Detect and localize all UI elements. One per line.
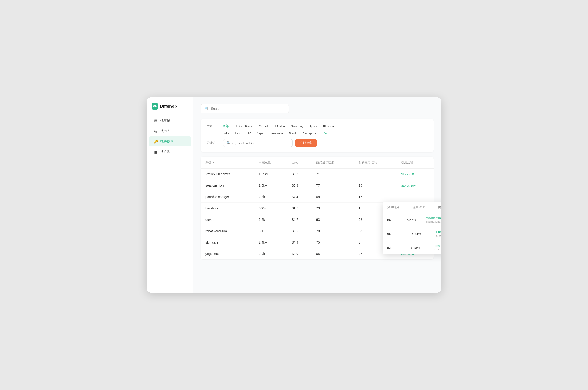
country-tag-br[interactable]: Brazil	[287, 131, 299, 136]
country-filter-label: 国家	[206, 124, 220, 128]
cell-cpc: $5.8	[287, 180, 312, 191]
table-header-row: 关键词 日搜索量 CPC 自然搜寻结果 付费搜寻结果 引流店铺	[201, 157, 433, 169]
cell-paid: 26	[354, 180, 396, 191]
keyword-filter-label: 关键词	[206, 141, 220, 145]
country-tags-row2: India Italy UK Japan Australia Brazil Si…	[220, 131, 428, 136]
country-tag-ca[interactable]: Canada	[256, 124, 272, 129]
country-tag-us[interactable]: United States	[232, 124, 255, 129]
cell-organic: 65	[312, 248, 354, 259]
popup-site-name[interactable]: Walmart Inc	[426, 216, 441, 220]
popup-col2-header: 流量占比	[413, 205, 438, 209]
popup-pct: 5.24%	[412, 232, 436, 236]
sidebar: 🛍 Diffshop ▦ 找店铺 ◎ 找商品 🔑 找关键词 ▣ 找广告	[147, 98, 193, 292]
country-tag-au[interactable]: Australia	[269, 131, 285, 136]
cell-organic: 68	[312, 191, 354, 203]
keyword-icon: 🔑	[154, 139, 158, 144]
col-daily: 日搜索量	[254, 157, 287, 169]
cell-daily: 500+	[254, 225, 287, 237]
table-row: Patrick Mahomes 10.9k+ $3.2 71 0 Stores …	[201, 169, 433, 180]
country-tag-more[interactable]: 10+	[320, 131, 330, 136]
app-window: 🛍 Diffshop ▦ 找店铺 ◎ 找商品 🔑 找关键词 ▣ 找广告 🔍	[147, 98, 441, 292]
cell-cpc: $4.7	[287, 214, 312, 225]
cell-keyword: portable charger	[201, 191, 254, 203]
cell-keyword: backless	[201, 203, 254, 214]
cell-keyword: robot vaccuum	[201, 225, 254, 237]
sidebar-item-find-keyword[interactable]: 🔑 找关键词	[149, 137, 191, 146]
cell-stores	[396, 191, 433, 203]
cell-daily: 2.4k+	[254, 237, 287, 248]
sidebar-label-find-product: 找商品	[160, 129, 170, 133]
popup-site: Purple shop.purple.com	[436, 230, 441, 237]
main-content: 🔍 国家 全部 United States Canada Mexico Germ…	[193, 98, 441, 292]
col-stores: 引流店铺	[396, 157, 433, 169]
popup-site-name[interactable]: Seat Concepts	[434, 244, 441, 247]
cell-cpc: $8.0	[287, 248, 312, 259]
cell-keyword: seat cushion	[201, 180, 254, 191]
stores-popup: 流量得分 流量占比 网站 66 6.52% Walmart Inc liquid…	[383, 202, 441, 254]
country-tag-es[interactable]: Spain	[307, 124, 319, 129]
popup-pct: 6.52%	[407, 218, 426, 222]
popup-site-url: liquidations.walmart.com	[426, 220, 441, 223]
filter-section: 国家 全部 United States Canada Mexico German…	[201, 119, 433, 152]
popup-score: 66	[387, 218, 407, 222]
col-keyword: 关键词	[201, 157, 254, 169]
cell-stores[interactable]: Stores 30+	[396, 169, 433, 180]
cell-cpc: $7.4	[287, 191, 312, 203]
logo-text: Diffshop	[160, 104, 177, 109]
cell-keyword: Patrick Mahomes	[201, 169, 254, 180]
cell-stores[interactable]: Stores 10+	[396, 180, 433, 191]
sidebar-label-find-store: 找店铺	[160, 119, 170, 123]
sidebar-item-find-product[interactable]: ◎ 找商品	[149, 126, 191, 136]
sidebar-item-find-ad[interactable]: ▣ 找广告	[149, 147, 191, 157]
stores-link[interactable]: Stores 10+	[401, 184, 416, 187]
cell-organic: 77	[312, 180, 354, 191]
cell-paid: 0	[354, 169, 396, 180]
popup-col3-header: 网站	[438, 205, 441, 209]
country-tag-de[interactable]: Germany	[289, 124, 306, 129]
cell-daily: 500+	[254, 203, 287, 214]
popup-pct: 6.28%	[411, 246, 434, 249]
cell-organic: 63	[312, 214, 354, 225]
cell-cpc: $3.2	[287, 169, 312, 180]
country-tag-sg[interactable]: Singapore	[300, 131, 318, 136]
stores-link[interactable]: Stores 30+	[401, 172, 416, 176]
store-icon: ▦	[154, 118, 158, 123]
country-tag-uk[interactable]: UK	[244, 131, 253, 136]
col-cpc: CPC	[287, 157, 312, 169]
sidebar-item-find-store[interactable]: ▦ 找店铺	[149, 116, 191, 126]
cell-organic: 78	[312, 225, 354, 237]
search-button[interactable]: 立即搜索	[295, 139, 317, 147]
popup-score: 52	[387, 246, 411, 249]
country-tag-in[interactable]: India	[220, 131, 231, 136]
country-tag-finance[interactable]: Finance	[321, 124, 336, 129]
cell-keyword: yoga mat	[201, 248, 254, 259]
country-tag-jp[interactable]: Japan	[255, 131, 267, 136]
ad-icon: ▣	[154, 150, 158, 154]
search-icon: 🔍	[205, 106, 209, 111]
country-row-2: India Italy UK Japan Australia Brazil Si…	[206, 131, 428, 136]
top-search-bar[interactable]: 🔍	[201, 104, 289, 113]
country-tag-all[interactable]: 全部	[220, 124, 231, 129]
search-input[interactable]	[211, 107, 285, 110]
sidebar-label-find-ad: 找广告	[160, 150, 170, 154]
popup-site: Walmart Inc liquidations.walmart.com	[426, 216, 441, 223]
cell-keyword: duvet	[201, 214, 254, 225]
popup-col1-header: 流量得分	[387, 205, 413, 209]
cell-keyword: skin care	[201, 237, 254, 248]
country-tag-mx[interactable]: Mexico	[273, 124, 287, 129]
keyword-input-wrap[interactable]: 🔍	[223, 139, 293, 147]
cell-cpc: $1.5	[287, 203, 312, 214]
popup-row: 65 5.24% Purple shop.purple.com	[383, 227, 441, 241]
popup-header: 流量得分 流量占比 网站	[383, 202, 441, 213]
keyword-input[interactable]	[232, 141, 289, 145]
cell-daily: 10.9k+	[254, 169, 287, 180]
table-row: seat cushion 1.5k+ $5.8 77 26 Stores 10+	[201, 180, 433, 191]
sidebar-label-find-keyword: 找关键词	[160, 140, 173, 144]
cell-organic: 73	[312, 203, 354, 214]
country-tag-it[interactable]: Italy	[233, 131, 243, 136]
popup-site-url: shop.purple.com	[436, 234, 441, 237]
popup-site-url: seatconcepts.com	[434, 248, 441, 251]
logo-icon: 🛍	[152, 103, 158, 110]
popup-site-name[interactable]: Purple	[436, 230, 441, 234]
logo: 🛍 Diffshop	[147, 103, 193, 115]
